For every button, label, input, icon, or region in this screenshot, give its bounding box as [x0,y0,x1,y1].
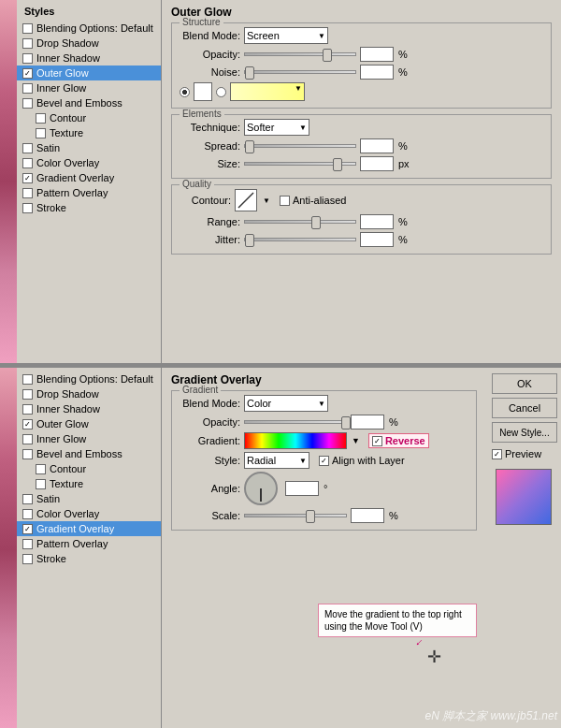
technique-select[interactable]: Softer ▼ [244,119,309,136]
sidebar-checkbox-1 [22,389,33,400]
image-strip-bottom [0,368,17,728]
noise-input[interactable]: 0 [360,65,394,80]
style-select[interactable]: Radial ▼ [244,452,309,469]
opacity-input[interactable]: 75 [360,47,394,62]
scale-unit: % [389,510,398,521]
sidebar-item-2[interactable]: Inner Shadow [17,401,161,416]
jitter-unit: % [398,234,408,245]
technique-label: Technique: [180,122,240,133]
spread-label: Spread: [180,140,240,152]
angle-unit: ° [324,483,327,494]
sidebar-item-10[interactable]: Gradient Overlay [17,521,161,536]
scale-input[interactable]: 150 [351,508,384,523]
align-checkbox[interactable]: Align with Layer [319,455,405,466]
sidebar-checkbox-12 [22,203,33,213]
size-input[interactable]: 158 [360,156,394,171]
sidebar-item-10[interactable]: Gradient Overlay [17,170,161,185]
opacity-unit: % [398,49,408,60]
sidebar-item-8[interactable]: Satin [17,491,161,506]
gradient-opacity-label: Opacity: [180,416,240,428]
anti-aliased-check-box [280,196,290,206]
sidebar-item-1[interactable]: Drop Shadow [17,36,161,51]
sidebar-checkbox-6 [36,464,46,474]
color-gradient-swatch[interactable] [230,82,305,101]
sidebar-checkbox-8 [22,494,33,504]
elements-section: Elements Technique: Softer ▼ Spread: 0 % [171,114,552,179]
sidebar-checkbox-4 [22,83,33,94]
sidebar-checkbox-0 [22,23,33,34]
gradient-bar[interactable] [244,432,347,449]
sidebar-item-7[interactable]: Texture [17,125,161,140]
sidebar-checkbox-1 [22,38,33,49]
range-slider[interactable] [244,220,356,224]
sidebar-item-5[interactable]: Bevel and Emboss [17,446,161,461]
radio-gradient[interactable] [216,87,226,97]
arrow-to-cursor: ↓ [413,635,426,648]
sidebar-item-12[interactable]: Stroke [17,200,161,215]
contour-thumbnail[interactable] [235,189,257,211]
sidebar-item-3[interactable]: Outer Glow [17,66,161,80]
size-slider[interactable] [244,162,356,166]
new-style-button[interactable]: New Style... [492,422,557,443]
sidebar-item-11[interactable]: Pattern Overlay [17,185,161,200]
blend-mode-arrow: ▼ [318,32,325,40]
sidebar-item-7[interactable]: Texture [17,476,161,491]
color-swatch-white[interactable] [194,82,212,101]
blend-mode-select[interactable]: Screen ▼ [244,27,328,44]
noise-unit: % [398,66,408,78]
spread-slider[interactable] [244,144,356,148]
sidebar-item-2[interactable]: Inner Shadow [17,51,161,66]
jitter-slider[interactable] [244,238,356,241]
sidebar-checkbox-5 [22,449,33,459]
bottom-panel: Blending Options: DefaultDrop ShadowInne… [0,368,561,728]
reverse-checkbox[interactable]: Reverse [368,433,429,448]
sidebar-item-5[interactable]: Bevel and Emboss [17,95,161,110]
sidebar-item-6[interactable]: Contour [17,110,161,125]
ok-button[interactable]: OK [492,373,557,394]
jitter-input[interactable]: 0 [360,232,394,247]
preview-row[interactable]: Preview [492,448,555,459]
sidebar-item-3[interactable]: Outer Glow [17,416,161,431]
sidebar-item-0[interactable]: Blending Options: Default [17,21,161,36]
color-swatch-row [180,82,543,101]
range-unit: % [398,216,408,227]
gradient-blend-select[interactable]: Color ▼ [244,395,328,412]
sidebar-item-4[interactable]: Inner Glow [17,80,161,95]
sidebar-item-4[interactable]: Inner Glow [17,431,161,446]
cancel-button[interactable]: Cancel [492,398,557,418]
sidebar-checkbox-7 [36,479,46,489]
sidebar-item-8[interactable]: Satin [17,140,161,155]
sidebar-checkbox-9 [22,509,33,519]
sidebar-item-12[interactable]: Stroke [17,551,161,566]
sidebar-item-9[interactable]: Color Overlay [17,155,161,170]
spread-input[interactable]: 0 [360,138,394,153]
angle-dial-line [260,488,262,502]
sidebar-item-6[interactable]: Contour [17,461,161,476]
opacity-slider[interactable] [244,52,356,56]
gradient-opacity-slider[interactable] [244,420,347,424]
sidebar-checkbox-5 [22,98,33,109]
angle-dial[interactable] [244,472,278,505]
sidebar-item-0[interactable]: Blending Options: Default [17,371,161,386]
noise-slider[interactable] [244,70,356,74]
radio-solid[interactable] [180,87,190,97]
range-label: Range: [180,216,240,227]
contour-arrow[interactable]: ▼ [263,197,270,205]
scale-row: Scale: 150 % [180,508,468,523]
gradient-blend-label: Blend Mode: [180,398,240,409]
gradient-opacity-input[interactable]: 100 [351,415,384,430]
content-bottom: Gradient Overlay Gradient Blend Mode: Co… [162,368,486,728]
elements-label: Elements [180,109,224,119]
range-input[interactable]: 67 [360,214,394,229]
sidebar-item-1[interactable]: Drop Shadow [17,386,161,401]
sidebar-checkbox-6 [36,113,46,124]
scale-slider[interactable] [244,514,347,517]
gradient-dropdown-arrow[interactable]: ▼ [352,436,360,445]
sidebar-item-9[interactable]: Color Overlay [17,506,161,521]
angle-label: Angle: [180,483,240,494]
sidebar-checkbox-9 [22,158,33,168]
anti-aliased-checkbox[interactable]: Anti-aliased [280,195,346,206]
style-label: Style: [180,455,240,466]
angle-input[interactable]: 90 [285,481,319,496]
sidebar-item-11[interactable]: Pattern Overlay [17,536,161,551]
